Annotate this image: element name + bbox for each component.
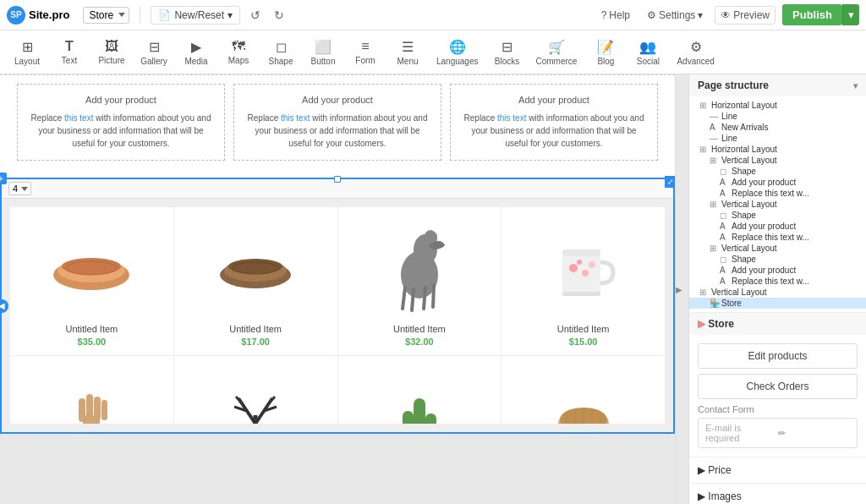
product-cards-row: Add your product Replace this text with …: [17, 84, 658, 161]
tool-maps[interactable]: 🗺 Maps: [218, 36, 259, 68]
tool-layout[interactable]: ⊞ Layout: [7, 36, 47, 69]
page-structure-header[interactable]: Page structure ▾: [689, 74, 866, 96]
tree-item-13[interactable]: ⊞ Vertical Layout: [689, 243, 866, 254]
line-icon-1: —: [710, 112, 720, 121]
tree-item-14[interactable]: ◻ Shape: [689, 254, 866, 265]
tool-form[interactable]: ≡ Form: [345, 36, 386, 68]
line-icon-3: —: [710, 134, 720, 143]
tree-item-17[interactable]: ⊞ Vertical Layout: [689, 287, 866, 298]
tree-item-12[interactable]: A Replace this text w...: [689, 232, 866, 243]
tree-item-4[interactable]: ⊞ Horizontal Layout: [689, 144, 866, 155]
tree-label-17: Vertical Layout: [711, 288, 767, 297]
layout-icon: ⊞: [22, 39, 33, 55]
product-img-3: [347, 216, 493, 317]
tree-label-8: Replace this text w...: [732, 189, 809, 198]
product-img-svg-1: [49, 224, 134, 309]
product-item-5[interactable]: [10, 356, 173, 424]
settings-button[interactable]: ⚙ Settings ▾: [642, 7, 708, 24]
help-button[interactable]: ? Help: [596, 7, 635, 24]
text-icon-2: A: [710, 123, 720, 132]
product-card-2-title: Add your product: [243, 95, 432, 105]
tree-item-2[interactable]: A New Arrivals: [689, 122, 866, 133]
store-panel-header[interactable]: ▶ Store: [689, 313, 866, 335]
product-item-1[interactable]: Untitled Item $35.00: [10, 207, 173, 355]
contact-form-label: Contact Form: [698, 404, 858, 414]
tree-item-9[interactable]: ⊞ Vertical Layout: [689, 199, 866, 210]
store-select[interactable]: Store: [83, 7, 129, 24]
edit-products-button[interactable]: Edit products: [698, 343, 858, 369]
tree-item-0[interactable]: ⊞ Horizontal Layout: [689, 100, 866, 111]
product-item-3[interactable]: Untitled Item $32.00: [338, 207, 502, 355]
tree-item-11[interactable]: A Add your product: [689, 221, 866, 232]
tree-item-3[interactable]: — Line: [689, 133, 866, 144]
tool-social[interactable]: 👥 Social: [628, 36, 668, 69]
chevron-down-icon-settings: ▾: [698, 9, 703, 21]
tree-label-7: Add your product: [732, 178, 796, 187]
new-reset-button[interactable]: 📄 New/Reset ▾: [151, 6, 240, 25]
redo-button[interactable]: ↻: [271, 5, 288, 25]
top-center-handle[interactable]: [334, 176, 341, 183]
tree-item-6[interactable]: ◻ Shape: [689, 166, 866, 177]
product-item-6[interactable]: [174, 356, 337, 424]
product-card-2-link[interactable]: this text: [281, 113, 310, 123]
tool-menu[interactable]: ☰ Menu: [387, 36, 428, 69]
tool-shape[interactable]: ◻ Shape: [260, 36, 301, 69]
undo-button[interactable]: ↺: [247, 5, 264, 25]
product-item-7[interactable]: [338, 356, 502, 424]
product-card-3[interactable]: Add your product Replace this text with …: [450, 84, 658, 161]
text-label: Text: [62, 56, 77, 65]
product-name-3: Untitled Item: [347, 324, 493, 334]
tree-item-8[interactable]: A Replace this text w...: [689, 188, 866, 199]
tree-item-1[interactable]: — Line: [689, 111, 866, 122]
store-add-handle[interactable]: +: [0, 173, 7, 184]
tree-item-7[interactable]: A Add your product: [689, 177, 866, 188]
form-label: Form: [355, 56, 375, 65]
product-item-8[interactable]: [502, 356, 665, 424]
store-add-icon[interactable]: +: [0, 173, 7, 184]
edit-icon[interactable]: ✏: [778, 428, 851, 439]
tool-blocks[interactable]: ⊟ Blocks: [487, 36, 528, 69]
product-card-1-link[interactable]: this text: [64, 113, 93, 123]
tool-button[interactable]: ⬜ Button: [303, 36, 343, 69]
form-icon: ≡: [361, 39, 369, 54]
svg-point-22: [589, 261, 595, 268]
product-card-3-link[interactable]: this text: [497, 113, 526, 123]
tool-advanced[interactable]: ⚙ Advanced: [670, 36, 721, 69]
page-structure-title: Page structure: [698, 79, 769, 91]
text-icon-7: A: [720, 178, 730, 187]
tool-gallery[interactable]: ⊟ Gallery: [134, 36, 174, 69]
tree-item-10[interactable]: ◻ Shape: [689, 210, 866, 221]
tool-picture[interactable]: 🖼 Picture: [91, 36, 132, 68]
images-section[interactable]: ▶ Images: [689, 484, 866, 504]
publish-dropdown-button[interactable]: ▾: [842, 4, 859, 25]
product-card-1[interactable]: Add your product Replace this text with …: [17, 84, 225, 161]
product-item-4[interactable]: Untitled Item $15.00: [502, 207, 665, 355]
tool-blog[interactable]: 📝 Blog: [585, 36, 626, 69]
publish-button[interactable]: Publish: [782, 4, 842, 25]
shape-icon: ◻: [276, 39, 287, 55]
product-card-2[interactable]: Add your product Replace this text with …: [233, 84, 441, 161]
tree-item-16[interactable]: A Replace this text w...: [689, 276, 866, 287]
tool-commerce[interactable]: 🛒 Commerce: [529, 36, 584, 69]
maps-label: Maps: [228, 56, 249, 65]
contact-form-input[interactable]: E-mail is required ✏: [698, 418, 858, 448]
tool-languages[interactable]: 🌐 Languages: [430, 36, 485, 69]
product-item-2[interactable]: Untitled Item $17.00: [174, 207, 337, 355]
tree-item-5[interactable]: ⊞ Vertical Layout: [689, 155, 866, 166]
tool-text[interactable]: T Text: [49, 36, 90, 68]
preview-button[interactable]: 👁 Preview: [715, 6, 776, 25]
check-orders-button[interactable]: Check Orders: [698, 374, 858, 399]
top-right-resize-handle[interactable]: ⤢: [665, 176, 675, 188]
tree-item-18[interactable]: 🏪 Store: [689, 298, 866, 309]
svg-point-19: [569, 264, 578, 272]
canvas[interactable]: Add your product Replace this text with …: [0, 74, 675, 504]
sidebar-toggle[interactable]: ▶: [675, 74, 688, 504]
main-area: Add your product Replace this text with …: [0, 74, 866, 504]
tool-media[interactable]: ▶ Media: [176, 36, 216, 69]
store-columns-select[interactable]: 1 2 3 4: [8, 182, 31, 195]
text-icon-15: A: [720, 266, 730, 275]
product-card-1-title: Add your product: [26, 95, 216, 105]
expand-sidebar-icon[interactable]: ▶: [676, 285, 682, 294]
price-section[interactable]: ▶ Price: [689, 457, 866, 484]
tree-item-15[interactable]: A Add your product: [689, 265, 866, 276]
